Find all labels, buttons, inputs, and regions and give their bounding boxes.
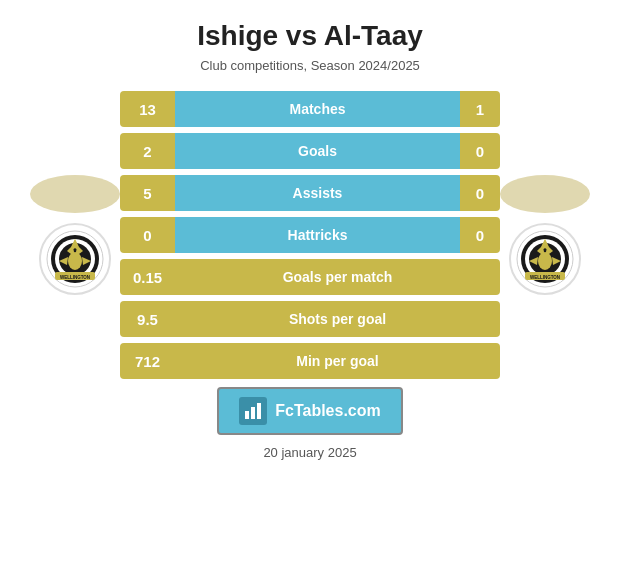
- left-side: WELLINGTON: [30, 175, 120, 295]
- stat-left-value-5: 9.5: [120, 301, 175, 337]
- stat-row-4: 0.15Goals per match: [120, 259, 500, 295]
- stat-left-value-3: 0: [120, 217, 175, 253]
- page-container: Ishige vs Al-Taay Club competitions, Sea…: [0, 0, 620, 580]
- svg-rect-24: [257, 403, 261, 419]
- stat-right-value-1: 0: [460, 133, 500, 169]
- stat-row-6: 712Min per goal: [120, 343, 500, 379]
- main-content-row: WELLINGTON 13Matches12Goals05Assists00Ha…: [10, 91, 610, 379]
- fctables-banner[interactable]: FcTables.com: [217, 387, 403, 435]
- page-subtitle: Club competitions, Season 2024/2025: [200, 58, 420, 73]
- svg-rect-22: [245, 411, 249, 419]
- page-title: Ishige vs Al-Taay: [197, 20, 423, 52]
- stat-right-value-0: 1: [460, 91, 500, 127]
- fctables-label: FcTables.com: [275, 402, 381, 420]
- fctables-icon: [239, 397, 267, 425]
- right-side: WELLINGTON: [500, 175, 590, 295]
- svg-rect-23: [251, 407, 255, 419]
- right-ellipse: [500, 175, 590, 213]
- stat-label-3: Hattricks: [175, 217, 460, 253]
- stat-left-value-1: 2: [120, 133, 175, 169]
- svg-point-17: [538, 252, 552, 270]
- stat-label-4: Goals per match: [175, 259, 500, 295]
- stat-label-5: Shots per goal: [175, 301, 500, 337]
- stat-label-1: Goals: [175, 133, 460, 169]
- stat-row-5: 9.5Shots per goal: [120, 301, 500, 337]
- stat-label-0: Matches: [175, 91, 460, 127]
- svg-point-6: [68, 252, 82, 270]
- stats-column: 13Matches12Goals05Assists00Hattricks00.1…: [120, 91, 500, 379]
- stat-row-0: 13Matches1: [120, 91, 500, 127]
- stat-row-2: 5Assists0: [120, 175, 500, 211]
- stat-row-1: 2Goals0: [120, 133, 500, 169]
- stat-right-value-3: 0: [460, 217, 500, 253]
- stat-left-value-4: 0.15: [120, 259, 175, 295]
- stat-label-6: Min per goal: [175, 343, 500, 379]
- svg-text:WELLINGTON: WELLINGTON: [530, 275, 560, 280]
- stat-left-value-6: 712: [120, 343, 175, 379]
- left-ellipse: [30, 175, 120, 213]
- stat-row-3: 0Hattricks0: [120, 217, 500, 253]
- svg-text:WELLINGTON: WELLINGTON: [60, 275, 90, 280]
- right-logo: WELLINGTON: [509, 223, 581, 295]
- stat-left-value-0: 13: [120, 91, 175, 127]
- left-logo: WELLINGTON: [39, 223, 111, 295]
- stat-right-value-2: 0: [460, 175, 500, 211]
- stat-label-2: Assists: [175, 175, 460, 211]
- date-label: 20 january 2025: [263, 445, 356, 460]
- stat-left-value-2: 5: [120, 175, 175, 211]
